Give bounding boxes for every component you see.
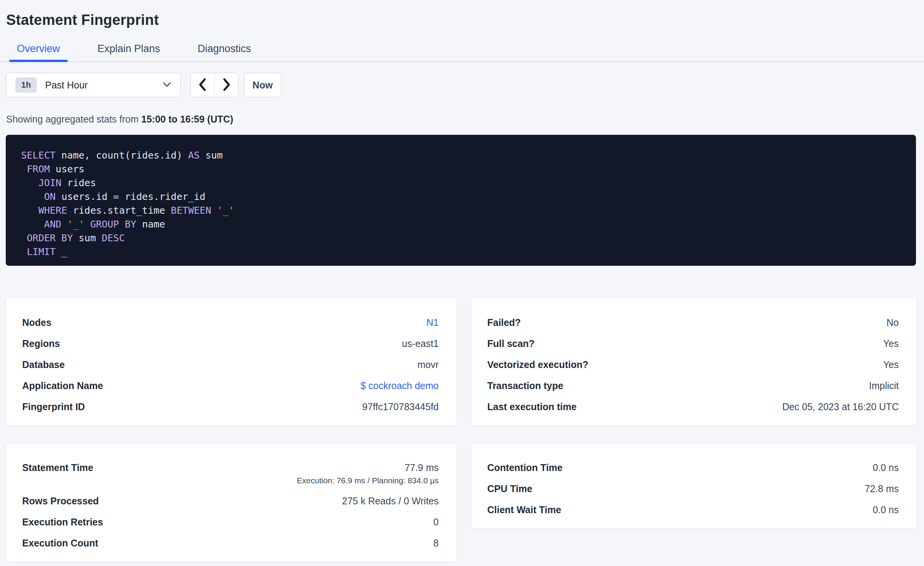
row-statement-time: Statement Time 77.9 ms Execution: 76.9 m…: [22, 462, 439, 486]
row-cpu-time: CPU Time 72.8 ms: [487, 483, 899, 494]
next-range-button[interactable]: [214, 73, 238, 97]
row-label: Database: [22, 359, 65, 370]
row-database: Database movr: [22, 359, 439, 370]
row-value: movr: [417, 359, 439, 370]
sql-statement-box: SELECT name, count(rides.id) AS sum FROM…: [6, 135, 916, 266]
tab-overview[interactable]: Overview: [9, 43, 68, 61]
row-label: Nodes: [22, 317, 51, 328]
row-value: 275 k Reads / 0 Writes: [342, 495, 439, 507]
sql-line: AND '_' GROUP BY name: [21, 218, 901, 231]
row-value: 72.8 ms: [865, 483, 899, 494]
row-last-execution-time: Last execution time Dec 05, 2023 at 16:2…: [487, 401, 899, 412]
row-execution-retries: Execution Retries 0: [22, 516, 439, 528]
chevron-down-icon: [163, 82, 171, 88]
chevron-right-icon: [222, 78, 231, 93]
row-transaction-type: Transaction type Implicit: [487, 380, 899, 391]
resources-card: Contention Time 0.0 ns CPU Time 72.8 ms …: [471, 443, 917, 529]
time-range-label: Past Hour: [45, 80, 88, 91]
sql-line: WHERE rides.start_time BETWEEN '_': [21, 204, 901, 218]
attributes-card: Failed? No Full scan? Yes Vectorized exe…: [471, 298, 917, 426]
tab-label: Diagnostics: [198, 43, 251, 54]
nodes-link[interactable]: N1: [426, 317, 439, 328]
sql-line: ORDER BY sum DESC: [21, 231, 901, 245]
row-value: 77.9 ms: [405, 462, 439, 473]
now-button[interactable]: Now: [244, 73, 281, 97]
row-full-scan: Full scan? Yes: [487, 338, 899, 349]
sql-line: ON users.id = rides.rider_id: [21, 190, 901, 204]
row-rows-processed: Rows Processed 275 k Reads / 0 Writes: [22, 495, 439, 507]
prev-range-button[interactable]: [191, 73, 214, 97]
sql-line: JOIN rides: [21, 176, 901, 190]
aggregated-stats-line: Showing aggregated stats from 15:00 to 1…: [6, 113, 924, 125]
row-label: Application Name: [22, 380, 103, 391]
time-toolbar: 1h Past Hour Now: [6, 73, 924, 97]
summary-cards: Nodes N1 Regions us-east1 Database movr …: [6, 298, 917, 562]
row-value: 0.0 ns: [873, 504, 899, 515]
row-value: Implicit: [869, 380, 899, 391]
row-label: Regions: [22, 338, 60, 349]
row-value: Yes: [883, 338, 899, 349]
row-fingerprint-id: Fingerprint ID 97ffc170783445fd: [22, 401, 439, 412]
row-label: Full scan?: [487, 338, 535, 349]
application-name-link[interactable]: $ cockroach demo: [361, 380, 439, 391]
sql-line: SELECT name, count(rides.id) AS sum: [21, 149, 901, 162]
sql-line: LIMIT _: [21, 245, 901, 259]
row-execution-count: Execution Count 8: [22, 537, 439, 549]
row-label: Transaction type: [487, 380, 563, 391]
row-label: Vectorized execution?: [487, 359, 588, 370]
row-regions: Regions us-east1: [22, 338, 439, 349]
row-label: Execution Count: [22, 537, 98, 549]
page-title: Statement Fingerprint: [6, 11, 924, 28]
row-label: Execution Retries: [22, 516, 103, 528]
row-value: us-east1: [402, 338, 439, 349]
details-card: Nodes N1 Regions us-east1 Database movr …: [6, 298, 457, 426]
row-value: 0.0 ns: [873, 462, 899, 473]
timing-card: Statement Time 77.9 ms Execution: 76.9 m…: [6, 443, 457, 562]
chevron-left-icon: [198, 78, 207, 93]
row-application-name: Application Name $ cockroach demo: [22, 380, 439, 391]
row-contention-time: Contention Time 0.0 ns: [487, 462, 899, 473]
row-value: Dec 05, 2023 at 16:20 UTC: [782, 401, 899, 412]
row-failed: Failed? No: [487, 317, 899, 328]
range-step-buttons: [190, 73, 238, 97]
tab-label: Overview: [17, 43, 60, 54]
active-tab-underline: [9, 60, 68, 62]
row-value: 97ffc170783445fd: [362, 401, 439, 412]
stats-line-prefix: Showing aggregated stats from: [6, 114, 139, 124]
statement-time-values: 77.9 ms Execution: 76.9 ms / Planning: 8…: [297, 462, 439, 486]
row-value: Yes: [883, 359, 899, 370]
tab-bar: Overview Explain Plans Diagnostics: [0, 43, 924, 62]
statement-time-breakdown: Execution: 76.9 ms / Planning: 834.0 µs: [297, 476, 439, 486]
stats-line-range: 15:00 to 16:59 (UTC): [141, 114, 233, 124]
row-client-wait-time: Client Wait Time 0.0 ns: [487, 504, 899, 515]
row-value: No: [886, 317, 899, 328]
row-label: Client Wait Time: [487, 504, 561, 515]
sql-line: FROM users: [21, 162, 901, 176]
row-label: Statement Time: [22, 462, 93, 473]
row-label: Failed?: [487, 317, 521, 328]
row-label: Contention Time: [487, 462, 563, 473]
row-value: 8: [433, 537, 439, 549]
row-label: CPU Time: [487, 483, 532, 494]
time-range-picker[interactable]: 1h Past Hour: [6, 73, 181, 97]
row-nodes: Nodes N1: [22, 317, 439, 328]
row-label: Rows Processed: [22, 495, 99, 507]
row-vectorized-execution: Vectorized execution? Yes: [487, 359, 899, 370]
tab-diagnostics[interactable]: Diagnostics: [190, 43, 259, 61]
row-value: 0: [433, 516, 439, 528]
row-label: Fingerprint ID: [22, 401, 85, 412]
tab-explain-plans[interactable]: Explain Plans: [90, 43, 168, 61]
row-label: Last execution time: [487, 401, 576, 412]
tab-label: Explain Plans: [98, 43, 160, 54]
time-range-badge: 1h: [15, 77, 37, 93]
